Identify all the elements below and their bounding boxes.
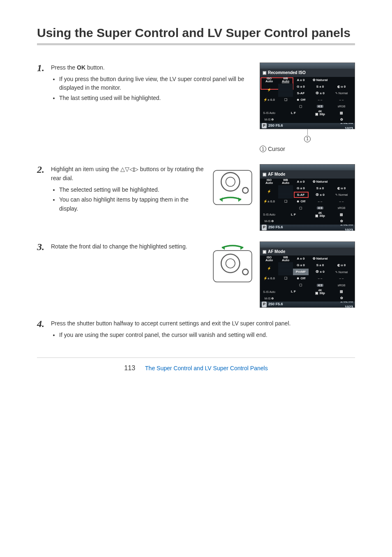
page-title: Using the Super Control and LV Super Con… xyxy=(37,25,355,45)
step-number: 4. xyxy=(37,318,51,329)
step-1-bullet-1: If you press the button during live view… xyxy=(59,75,254,93)
svg-marker-5 xyxy=(220,197,223,202)
step-4-bullet-1: If you are using the super control panel… xyxy=(59,331,355,340)
lv-panel-figure-2: ▣ AF Mode ISOAuto WBAuto A ± 0 ✿ Natural… xyxy=(260,164,355,231)
section-breadcrumb[interactable]: The Super Control and LV Super Control P… xyxy=(145,365,268,371)
callout-label: Cursor xyxy=(268,145,285,154)
panel-header-label: AF Mode xyxy=(268,171,285,178)
step-2-bullet-2: You can also highlight items by tapping … xyxy=(59,195,205,213)
svg-point-9 xyxy=(221,254,240,272)
camera-icon: ▣ xyxy=(263,248,266,255)
step-1-bullet-2: The last setting used will be highlighte… xyxy=(59,94,254,103)
callout-number-icon: 1 xyxy=(260,146,266,152)
panel-header-label: AF Mode xyxy=(268,248,285,255)
front-dial-illustration xyxy=(211,241,254,287)
svg-point-2 xyxy=(226,177,235,187)
panel-header-label: Recommended ISO xyxy=(268,70,306,76)
step-2-bullet-1: The selected setting will be highlighted… xyxy=(59,186,205,195)
step-1: 1. Press the OK button. If you press the… xyxy=(37,63,355,153)
rear-dial-illustration xyxy=(211,164,254,209)
step-4-text: Press the shutter button halfway to acce… xyxy=(51,319,355,328)
svg-point-1 xyxy=(221,173,240,191)
step-number: 2. xyxy=(37,164,51,175)
page-number: 113 xyxy=(124,364,135,372)
svg-point-11 xyxy=(242,269,248,275)
svg-point-10 xyxy=(226,259,235,268)
cursor-callout: 1 xyxy=(304,136,311,142)
step-3: 3. Rotate the front dial to change the h… xyxy=(37,241,355,308)
svg-point-3 xyxy=(242,188,248,193)
step-3-text: Rotate the front dial to change the high… xyxy=(51,242,205,251)
step-2-text: Highlight an item using the △▽◁▷ buttons… xyxy=(51,165,205,183)
step-4: 4. Press the shutter button halfway to a… xyxy=(37,318,355,341)
step-number: 3. xyxy=(37,241,51,252)
camera-icon: ▣ xyxy=(263,171,266,178)
step-number: 1. xyxy=(37,63,51,73)
step-2: 2. Highlight an item using the △▽◁▷ butt… xyxy=(37,164,355,231)
lv-panel-figure-3: ▣ AF Mode ISOAuto WBAuto A ± 0 ✿ Natural… xyxy=(260,241,355,308)
svg-rect-6 xyxy=(213,251,252,282)
step-1-text: Press the OK button. xyxy=(51,63,254,72)
camera-icon: ▣ xyxy=(263,70,266,76)
lv-panel-figure-1: ▣ Recommended ISO ISOAuto WBAuto A ± 0 ✿… xyxy=(260,63,355,129)
svg-marker-4 xyxy=(238,197,241,202)
